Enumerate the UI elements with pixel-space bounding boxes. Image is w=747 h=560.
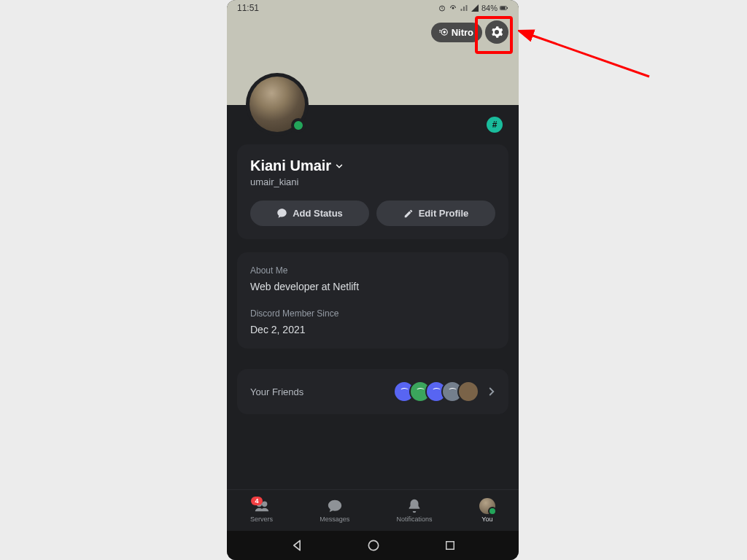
nitro-label: Nitro xyxy=(452,27,473,38)
display-name-row[interactable]: Kiani Umair xyxy=(250,158,495,174)
display-name: Kiani Umair xyxy=(250,158,331,174)
back-icon[interactable] xyxy=(290,538,304,553)
recents-icon[interactable] xyxy=(444,539,457,552)
servers-badge: 4 xyxy=(251,497,263,505)
svg-rect-3 xyxy=(500,7,506,9)
friends-label: Your Friends xyxy=(250,386,303,397)
chat-bubble-icon xyxy=(276,208,287,219)
status-time: 11:51 xyxy=(237,3,259,13)
about-label: About Me xyxy=(250,265,495,276)
svg-point-9 xyxy=(368,540,378,550)
nitro-icon xyxy=(438,27,449,37)
member-since-text: Dec 2, 2021 xyxy=(250,324,495,335)
battery-percent: 84% xyxy=(481,4,498,12)
top-actions: Nitro xyxy=(431,20,508,44)
chevron-right-icon xyxy=(485,385,498,398)
friends-card[interactable]: Your Friends ⌒ ⌒ ⌒ ⌒ xyxy=(237,369,508,414)
tab-messages-label: Messages xyxy=(320,516,349,523)
tab-servers-label: Servers xyxy=(250,516,273,523)
chevron-down-icon xyxy=(334,161,344,171)
tab-servers[interactable]: 4 Servers xyxy=(250,498,273,523)
svg-point-1 xyxy=(452,7,454,9)
add-status-button[interactable]: Add Status xyxy=(250,201,369,226)
username: umair_kiani xyxy=(250,176,495,187)
edit-profile-button[interactable]: Edit Profile xyxy=(376,201,495,226)
svg-point-6 xyxy=(443,31,446,34)
hotspot-icon xyxy=(449,4,457,12)
battery-icon xyxy=(500,4,508,12)
friends-avatars: ⌒ ⌒ ⌒ ⌒ xyxy=(393,381,479,402)
profile-card: Kiani Umair umair_kiani Add Status Edit … xyxy=(237,144,508,239)
tab-you-avatar xyxy=(479,498,495,514)
gear-icon xyxy=(490,26,503,39)
settings-button[interactable] xyxy=(485,20,508,44)
bottom-tab-bar: 4 Servers Messages Notifications You xyxy=(227,489,519,531)
nitro-button[interactable]: Nitro xyxy=(431,23,482,42)
pencil-icon xyxy=(403,209,414,219)
status-bar: 11:51 84% xyxy=(227,0,519,16)
about-text: Web developer at Netlift xyxy=(250,281,495,292)
annotation-arrow xyxy=(518,26,664,91)
tab-notifications[interactable]: Notifications xyxy=(397,498,433,523)
user-avatar[interactable] xyxy=(246,73,309,136)
home-icon[interactable] xyxy=(366,538,381,553)
signal-icon xyxy=(471,4,479,12)
member-since-label: Discord Member Since xyxy=(250,308,495,319)
online-status-dot xyxy=(291,118,306,133)
tab-you[interactable]: You xyxy=(479,498,495,523)
svg-line-11 xyxy=(529,34,649,77)
hash-badge[interactable]: # xyxy=(487,117,503,133)
add-status-label: Add Status xyxy=(293,208,343,219)
tab-you-label: You xyxy=(481,516,492,523)
bell-icon xyxy=(406,498,422,514)
tab-messages[interactable]: Messages xyxy=(320,498,349,523)
about-card: About Me Web developer at Netlift Discor… xyxy=(237,252,508,349)
edit-profile-label: Edit Profile xyxy=(419,208,469,219)
alarm-icon xyxy=(438,4,446,12)
status-indicators: 84% xyxy=(438,4,508,12)
svg-rect-4 xyxy=(507,7,508,9)
signal-icon xyxy=(460,4,468,12)
system-nav-bar xyxy=(227,531,519,560)
svg-rect-10 xyxy=(446,542,454,550)
tab-notifications-label: Notifications xyxy=(397,516,433,523)
messages-icon xyxy=(327,498,343,514)
phone-frame: 11:51 84% Nitro # Kiani Umair umair_kian… xyxy=(227,0,519,560)
